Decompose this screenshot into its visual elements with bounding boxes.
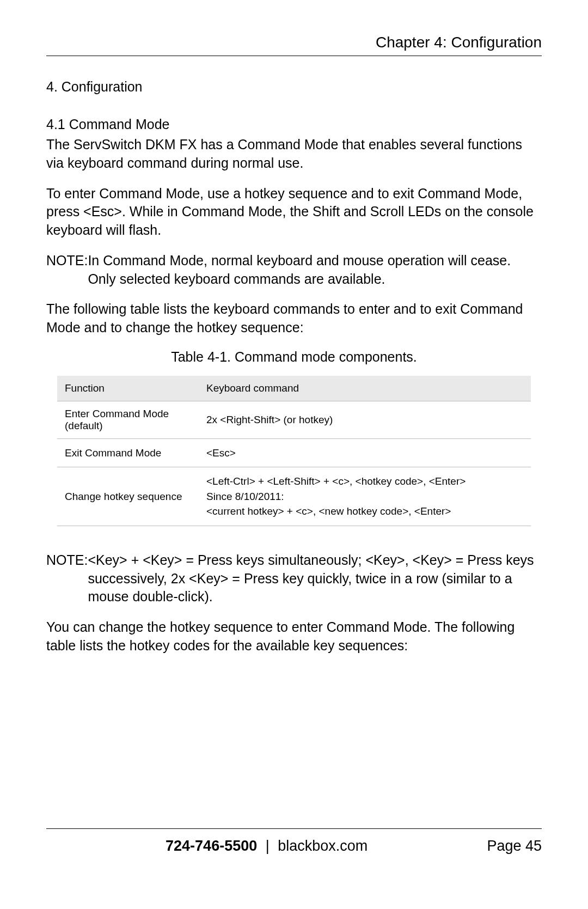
- note-block-2: NOTE: <Key> + <Key> = Press keys simulta…: [46, 551, 542, 606]
- page-number: Page 45: [487, 838, 542, 855]
- col-function: Function: [57, 376, 199, 401]
- col-command: Keyboard command: [199, 376, 531, 401]
- cell-command: 2x <Right-Shift> (or hotkey): [199, 401, 531, 438]
- cell-command: <Left-Ctrl> + <Left-Shift> + <c>, <hotke…: [199, 467, 531, 526]
- paragraph-enter-mode: To enter Command Mode, use a hotkey sequ…: [46, 185, 542, 240]
- cell-function: Enter Command Mode (default): [57, 401, 199, 438]
- page-footer: 724-746-5500 | blackbox.com Page 45: [46, 828, 542, 855]
- table-header-row: Function Keyboard command: [57, 376, 531, 401]
- note-text: In Command Mode, normal keyboard and mou…: [88, 252, 542, 289]
- section-heading: 4. Configuration: [46, 79, 542, 95]
- chapter-header: Chapter 4: Configuration: [46, 34, 542, 56]
- table-caption: Table 4-1. Command mode components.: [46, 349, 542, 365]
- footer-separator: |: [261, 838, 274, 854]
- note-label: NOTE:: [46, 551, 88, 606]
- cell-command: <Esc>: [199, 438, 531, 467]
- note-block-1: NOTE: In Command Mode, normal keyboard a…: [46, 252, 542, 289]
- table-row: Enter Command Mode (default) 2x <Right-S…: [57, 401, 531, 438]
- table-row: Exit Command Mode <Esc>: [57, 438, 531, 467]
- note-text: <Key> + <Key> = Press keys simultaneousl…: [88, 551, 542, 606]
- footer-domain: blackbox.com: [278, 838, 367, 854]
- footer-phone: 724-746-5500: [166, 838, 257, 854]
- subsection-heading: 4.1 Command Mode: [46, 117, 542, 132]
- command-table: Function Keyboard command Enter Command …: [57, 376, 531, 526]
- document-page: Chapter 4: Configuration 4. Configuratio…: [0, 0, 588, 909]
- note-label: NOTE:: [46, 252, 88, 289]
- cell-function: Change hotkey sequence: [57, 467, 199, 526]
- paragraph-table-intro: The following table lists the keyboard c…: [46, 300, 542, 337]
- paragraph-hotkey-intro: You can change the hotkey sequence to en…: [46, 618, 542, 655]
- paragraph-intro: The ServSwitch DKM FX has a Command Mode…: [46, 136, 542, 173]
- table-row: Change hotkey sequence <Left-Ctrl> + <Le…: [57, 467, 531, 526]
- cell-function: Exit Command Mode: [57, 438, 199, 467]
- footer-contact: 724-746-5500 | blackbox.com: [46, 838, 487, 855]
